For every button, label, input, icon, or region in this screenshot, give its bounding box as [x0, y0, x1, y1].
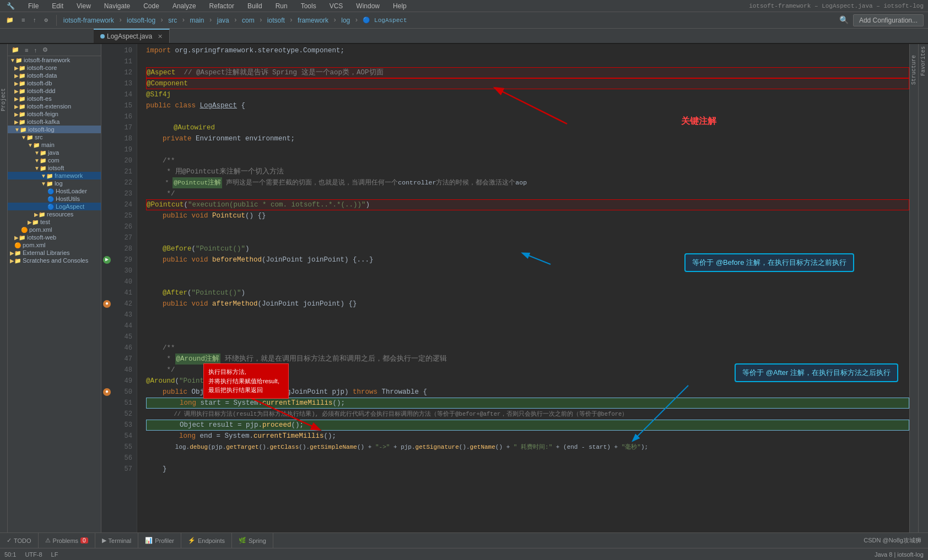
tree-item-db[interactable]: ▶📁 iotsoft-db	[8, 79, 101, 87]
tree-item-framework[interactable]: ▼📁 iotsoft-framework	[8, 56, 101, 64]
tab-close-icon[interactable]: ✕	[158, 33, 163, 40]
tree-item-test[interactable]: ▶📁 test	[8, 218, 101, 226]
tree-item-pomxml[interactable]: 🟠 pom.xml	[8, 226, 101, 233]
tree-item-hostloader[interactable]: 🔵 HostLoader	[8, 187, 101, 195]
gutter-48	[101, 365, 112, 376]
tree-label: iotsoft-db	[27, 80, 52, 86]
tab-endpoints[interactable]: ⚡ Endpoints	[181, 533, 232, 548]
breadcrumb-main[interactable]: main	[190, 17, 204, 24]
search-icon[interactable]: 🔍	[839, 15, 849, 25]
add-config-button[interactable]: Add Configuration...	[853, 14, 924, 26]
code-line-21: * 用@Pointcut来注解一个切入方法	[146, 166, 909, 177]
tab-terminal[interactable]: ▶ Terminal	[95, 533, 139, 548]
code-line-27	[146, 232, 909, 243]
tree-item-web[interactable]: ▶📁 iotsoft-web	[8, 233, 101, 241]
problems-badge: 0	[80, 537, 88, 543]
csdn-watermark: CSDN @No8g攻城狮	[864, 536, 928, 545]
menu-refactor[interactable]: Refactor	[207, 1, 236, 11]
breadcrumb-log[interactable]: iotsoft-log	[127, 17, 155, 24]
code-line-43	[146, 309, 909, 320]
tree-item-src[interactable]: ▼📁 src	[8, 133, 101, 141]
tree-item-java[interactable]: ▼📁 java	[8, 149, 101, 156]
toolbar-icon-2[interactable]: ≡	[20, 17, 27, 24]
breadcrumb-framework2[interactable]: framework	[298, 17, 328, 24]
tree-item-com[interactable]: ▼📁 com	[8, 156, 101, 164]
tree-item-logaspect[interactable]: 🔵 LogAspect	[8, 203, 101, 210]
project-label[interactable]: Project	[1, 88, 7, 111]
toolbar-icon-3[interactable]: ↑	[31, 17, 39, 24]
favorites-label[interactable]: Favorites	[920, 46, 926, 76]
sidebar-tool-4[interactable]: ⚙	[41, 46, 50, 54]
tree-label: iotsoft-feign	[27, 111, 58, 117]
tree-item-extlibs[interactable]: ▶📁 External Libraries	[8, 249, 101, 257]
menu-analyze[interactable]: Analyze	[170, 1, 198, 11]
problems-icon: ⚠	[45, 537, 51, 544]
tree-item-scratches[interactable]: ▶📁 Scratches and Consoles	[8, 257, 101, 264]
breadcrumb-com[interactable]: com	[242, 17, 255, 24]
tree-item-framework2[interactable]: ▼📁 framework	[8, 172, 101, 180]
tree-item-logpkg[interactable]: ▼📁 log	[8, 180, 101, 187]
menu-edit[interactable]: Edit	[50, 1, 66, 11]
tree-item-iotsoft[interactable]: ▼📁 iotsoft	[8, 164, 101, 172]
breadcrumb-java[interactable]: java	[217, 17, 229, 24]
breadcrumb-class[interactable]: 🔵 LogAspect	[363, 17, 407, 24]
endpoints-icon: ⚡	[188, 537, 196, 544]
menu-app-icon[interactable]: 🔧	[4, 1, 17, 11]
folder-icon: ▼📁	[21, 134, 33, 140]
run-gutter-icon[interactable]: ▶	[103, 256, 111, 264]
menu-help[interactable]: Help	[391, 1, 409, 11]
folder-icon: ▼📁	[10, 57, 22, 63]
tab-problems[interactable]: ⚠ Problems 0	[39, 533, 95, 548]
tree-item-es[interactable]: ▶📁 iotsoft-es	[8, 95, 101, 102]
tab-todo[interactable]: ✓ TODO	[0, 533, 39, 548]
tab-profiler[interactable]: 📊 Profiler	[138, 533, 181, 548]
terminal-icon: ▶	[102, 537, 106, 544]
gutter-12	[101, 67, 112, 78]
tree-item-main[interactable]: ▼📁 main	[8, 141, 101, 149]
tree-item-ddd[interactable]: ▶📁 iotsoft-ddd	[8, 87, 101, 95]
tab-spring[interactable]: 🌿 Spring	[232, 533, 273, 548]
sidebar-tool-3[interactable]: ↑	[32, 46, 39, 54]
callout-red-top: 关键注解	[681, 116, 716, 127]
tree-item-resources[interactable]: ▶📁 resources	[8, 210, 101, 218]
structure-label[interactable]: Structure	[911, 55, 917, 85]
menu-run[interactable]: Run	[273, 1, 290, 11]
tree-item-hostutils[interactable]: 🔵 HostUtils	[8, 195, 101, 203]
sidebar-tool-1[interactable]: 📁	[10, 46, 21, 54]
problems-label: Problems	[53, 537, 78, 544]
tree-item-pom2[interactable]: 🟠 pom.xml	[8, 241, 101, 249]
favorites-sidebar: Favorites	[918, 44, 928, 532]
breadcrumb-logpkg[interactable]: log	[341, 17, 350, 24]
breadcrumb-framework[interactable]: iotsoft-framework	[63, 17, 114, 24]
tab-logaspect[interactable]: LogAspect.java ✕	[94, 29, 170, 43]
tree-label: iotsoft-data	[27, 72, 57, 79]
folder-icon: ▼📁	[41, 181, 53, 187]
tree-item-feign[interactable]: ▶📁 iotsoft-feign	[8, 110, 101, 118]
debug-gutter-icon[interactable]: ●	[103, 300, 111, 308]
sidebar-tool-2[interactable]: ≡	[23, 46, 30, 54]
tree-item-data[interactable]: ▶📁 iotsoft-data	[8, 72, 101, 79]
menu-vcs[interactable]: VCS	[327, 1, 346, 11]
menu-window[interactable]: Window	[354, 1, 382, 11]
tree-item-log[interactable]: ▼📁 iotsoft-log	[8, 126, 101, 133]
menu-code[interactable]: Code	[141, 1, 161, 11]
menu-build[interactable]: Build	[245, 1, 265, 11]
folder-icon: ▶📁	[14, 65, 25, 71]
code-line-13: @Component	[146, 78, 909, 89]
menu-view[interactable]: View	[74, 1, 93, 11]
code-line-52: // 调用执行目标方法(result为目标方法执行结果), 必须有此行代码才会执…	[146, 409, 909, 420]
tree-item-core[interactable]: ▶📁 iotsoft-core	[8, 64, 101, 72]
debug-gutter-icon2[interactable]: ●	[103, 388, 111, 396]
tree-label: iotsoft-kafka	[27, 118, 60, 125]
code-line-40	[146, 276, 909, 287]
tree-item-kafka[interactable]: ▶📁 iotsoft-kafka	[8, 118, 101, 126]
toolbar-icon-4[interactable]: ⚙	[42, 16, 50, 24]
code-editor[interactable]: import org.springframework.stereotype.Co…	[137, 44, 909, 532]
menu-tools[interactable]: Tools	[299, 1, 319, 11]
breadcrumb-iotsoft[interactable]: iotsoft	[267, 17, 285, 24]
menu-navigate[interactable]: Navigate	[102, 1, 132, 11]
tree-item-extension[interactable]: ▶📁 iotsoft-extension	[8, 102, 101, 110]
menu-file[interactable]: File	[26, 1, 41, 11]
toolbar-icon-1[interactable]: 📁	[4, 16, 15, 24]
breadcrumb-src[interactable]: src	[168, 17, 177, 24]
